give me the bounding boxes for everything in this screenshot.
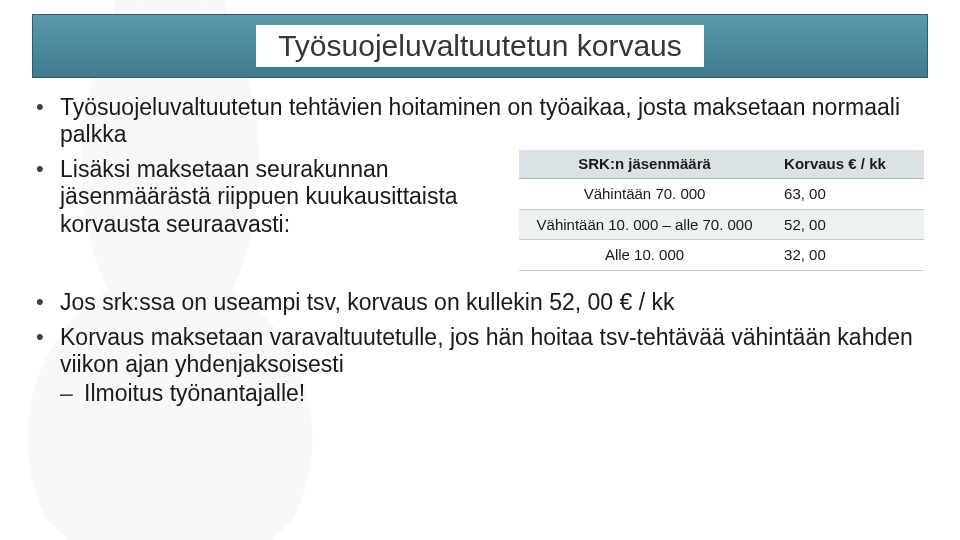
cell-amount: 32, 00	[770, 240, 924, 271]
title-bar: Työsuojeluvaltuutetun korvaus	[32, 14, 928, 78]
table-row: Vähintään 10. 000 – alle 70. 000 52, 00	[519, 209, 924, 240]
bullet-2-text: Lisäksi maksetaan seurakunnan jäsenmäärä…	[60, 156, 458, 236]
bullet-4-sub-1: Ilmoitus työnantajalle!	[60, 380, 924, 407]
table-header-compensation: Korvaus € / kk	[770, 150, 924, 178]
table-row: Alle 10. 000 32, 00	[519, 240, 924, 271]
bullet-4: Korvaus maksetaan varavaltuutetulle, jos…	[36, 324, 924, 407]
bullet-1: Työsuojeluvaltuutetun tehtävien hoitamin…	[36, 94, 924, 148]
slide-title: Työsuojeluvaltuutetun korvaus	[256, 25, 704, 67]
compensation-table: SRK:n jäsenmäärä Korvaus € / kk Vähintää…	[519, 150, 924, 271]
slide-body: Työsuojeluvaltuutetun tehtävien hoitamin…	[36, 94, 924, 408]
cell-tier: Vähintään 70. 000	[519, 178, 770, 209]
bullet-4-text: Korvaus maksetaan varavaltuutetulle, jos…	[60, 324, 913, 377]
table-row: Vähintään 70. 000 63, 00	[519, 178, 924, 209]
table-header-membercount: SRK:n jäsenmäärä	[519, 150, 770, 178]
bullet-3: Jos srk:ssa on useampi tsv, korvaus on k…	[36, 289, 924, 316]
cell-tier: Vähintään 10. 000 – alle 70. 000	[519, 209, 770, 240]
cell-amount: 52, 00	[770, 209, 924, 240]
bullet-2: SRK:n jäsenmäärä Korvaus € / kk Vähintää…	[36, 156, 924, 271]
cell-amount: 63, 00	[770, 178, 924, 209]
cell-tier: Alle 10. 000	[519, 240, 770, 271]
